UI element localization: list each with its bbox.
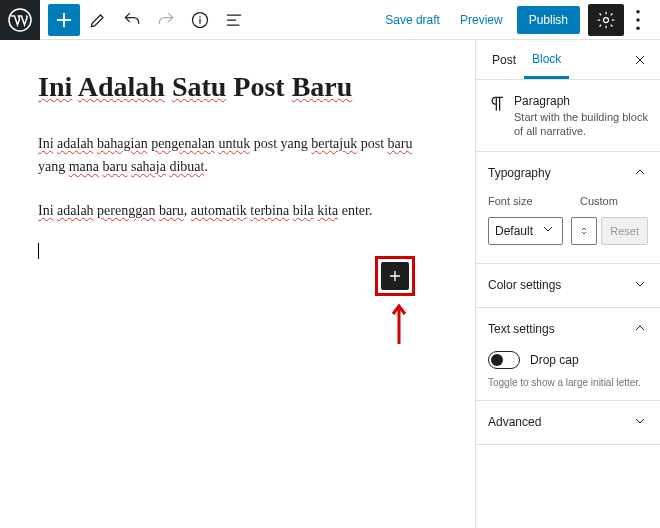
paragraph-2[interactable]: Ini adalah perenggan baru, automatik ter…: [38, 199, 437, 223]
info-icon[interactable]: [184, 4, 216, 36]
edit-mode-icon[interactable]: [82, 4, 114, 36]
paragraph-icon: [488, 94, 508, 139]
more-menu-icon[interactable]: [624, 4, 652, 36]
advanced-panel-toggle[interactable]: Advanced: [476, 401, 660, 444]
chevron-down-icon: [632, 276, 648, 295]
tab-post[interactable]: Post: [484, 43, 524, 77]
wordpress-logo[interactable]: [0, 0, 40, 40]
svg-point-3: [636, 10, 640, 14]
drop-cap-hint: Toggle to show a large initial letter.: [488, 377, 648, 388]
undo-icon[interactable]: [116, 4, 148, 36]
drop-cap-toggle[interactable]: [488, 351, 520, 369]
settings-button[interactable]: [588, 4, 624, 36]
chevron-down-icon: [540, 221, 556, 240]
text-settings-toggle[interactable]: Text settings: [476, 308, 660, 351]
chevron-up-icon: [632, 320, 648, 339]
post-title[interactable]: Ini Adalah Satu Post Baru: [38, 70, 437, 104]
block-desc: Start with the building block of all nar…: [514, 110, 648, 139]
top-toolbar: Save draft Preview Publish: [0, 0, 660, 40]
block-name: Paragraph: [514, 94, 648, 108]
outline-icon[interactable]: [218, 4, 250, 36]
drop-cap-label: Drop cap: [530, 353, 579, 367]
save-draft-link[interactable]: Save draft: [375, 7, 450, 33]
custom-size-label: Custom: [580, 195, 648, 207]
redo-icon[interactable]: [150, 4, 182, 36]
tab-block[interactable]: Block: [524, 42, 569, 79]
chevron-up-icon: [632, 164, 648, 183]
svg-point-2: [604, 17, 609, 22]
sidebar-tabs: Post Block: [476, 40, 660, 80]
color-settings-panel: Color settings: [476, 264, 660, 308]
reset-button[interactable]: Reset: [601, 217, 648, 245]
annotation-arrow-icon: [391, 298, 407, 344]
custom-size-input[interactable]: [571, 217, 597, 245]
svg-point-4: [636, 18, 640, 22]
settings-sidebar: Post Block Paragraph Start with the buil…: [475, 40, 660, 528]
text-settings-panel: Text settings Drop cap Toggle to show a …: [476, 308, 660, 401]
font-size-label: Font size: [488, 195, 572, 207]
editor-canvas[interactable]: Ini Adalah Satu Post Baru Ini adalah bah…: [0, 40, 475, 528]
new-paragraph-cursor[interactable]: [38, 243, 437, 261]
color-settings-toggle[interactable]: Color settings: [476, 264, 660, 307]
chevron-down-icon: [632, 413, 648, 432]
paragraph-1[interactable]: Ini adalah bahagian pengenalan untuk pos…: [38, 132, 437, 180]
typography-panel: Typography Font size Custom Default: [476, 152, 660, 264]
preview-link[interactable]: Preview: [450, 7, 513, 33]
block-description: Paragraph Start with the building block …: [476, 80, 660, 152]
svg-point-5: [636, 26, 640, 30]
svg-point-0: [9, 9, 31, 31]
add-block-button[interactable]: [48, 4, 80, 36]
typography-panel-toggle[interactable]: Typography: [476, 152, 660, 195]
advanced-panel: Advanced: [476, 401, 660, 445]
font-size-select[interactable]: Default: [488, 217, 563, 245]
publish-button[interactable]: Publish: [517, 6, 580, 34]
inline-add-block-button[interactable]: [381, 262, 409, 290]
close-sidebar-icon[interactable]: [628, 48, 652, 72]
